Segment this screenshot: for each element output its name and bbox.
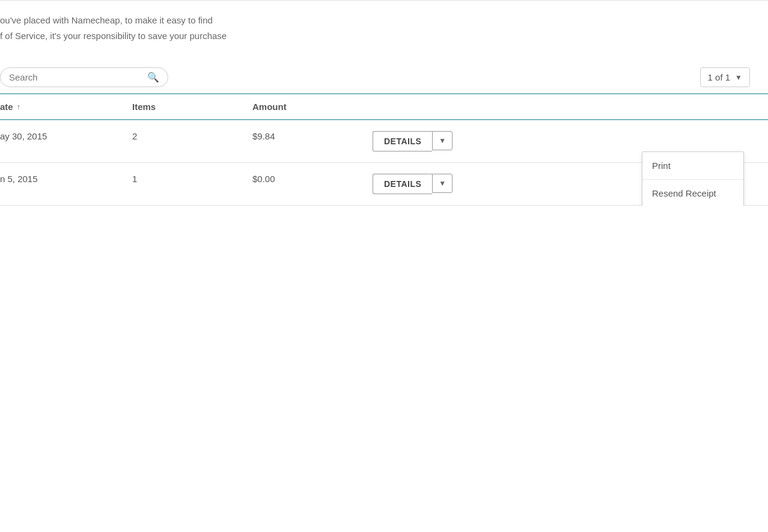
controls-row: 🔍 1 of 1 ▼	[0, 61, 768, 93]
sort-arrow-date[interactable]: ↑	[17, 103, 20, 111]
cell-items-1: 2	[132, 131, 252, 141]
cell-amount-1: $9.84	[252, 131, 373, 141]
cell-items-2: 1	[132, 174, 252, 184]
pagination-label: 1 of 1	[708, 72, 731, 82]
col-header-date: ate ↑	[0, 102, 132, 112]
table-header: ate ↑ Items Amount	[0, 94, 768, 120]
description-line1: ou've placed with Namecheap, to make it …	[0, 13, 750, 28]
col-header-date-label: ate	[0, 102, 13, 112]
cell-date-2: n 5, 2015	[0, 174, 132, 184]
cell-actions-1: DETAILS ▼ Print Resend Receipt Download …	[373, 131, 750, 151]
search-input[interactable]	[9, 72, 147, 82]
dropdown-item-print[interactable]: Print	[642, 152, 743, 180]
details-btn-group-1: DETAILS ▼ Print Resend Receipt Download …	[373, 131, 744, 151]
search-button[interactable]: 🔍	[147, 72, 159, 83]
details-button-1[interactable]: DETAILS	[373, 131, 432, 151]
col-header-amount-label: Amount	[252, 102, 287, 112]
left-controls: 🔍	[0, 67, 168, 87]
table-row: ay 30, 2015 2 $9.84 DETAILS ▼ Print Rese…	[0, 120, 768, 163]
dropdown-item-resend[interactable]: Resend Receipt	[642, 180, 743, 206]
chevron-down-icon: ▼	[439, 179, 446, 188]
search-wrapper: 🔍	[0, 67, 168, 87]
col-header-items: Items	[132, 102, 252, 112]
col-header-actions	[373, 102, 750, 112]
details-arrow-button-1[interactable]: ▼	[432, 131, 453, 150]
details-arrow-button-2[interactable]: ▼	[432, 174, 453, 193]
details-dropdown-1: Print Resend Receipt Download PDF	[642, 151, 744, 206]
description-section: ou've placed with Namecheap, to make it …	[0, 1, 768, 61]
pagination-control[interactable]: 1 of 1 ▼	[700, 67, 750, 87]
cell-date-1: ay 30, 2015	[0, 131, 132, 141]
chevron-down-icon: ▼	[439, 136, 446, 145]
cell-amount-2: $0.00	[252, 174, 373, 184]
chevron-down-icon: ▼	[735, 73, 742, 82]
details-button-2[interactable]: DETAILS	[373, 174, 432, 194]
col-header-amount: Amount	[252, 102, 373, 112]
orders-table: ate ↑ Items Amount ay 30, 2015 2 $9.84 D…	[0, 94, 768, 206]
description-line2: f of Service, it's your responsibility t…	[0, 28, 750, 44]
col-header-items-label: Items	[132, 102, 156, 112]
